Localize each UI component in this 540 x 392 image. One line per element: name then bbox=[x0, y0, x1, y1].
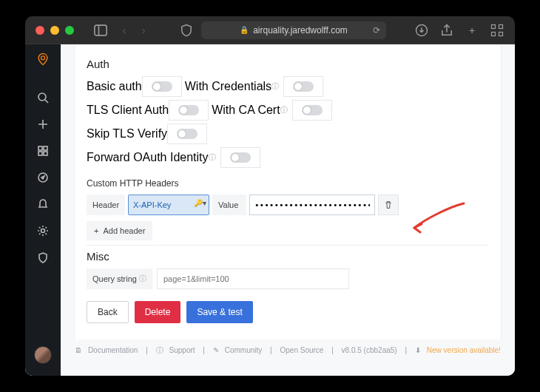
svg-rect-12 bbox=[38, 146, 42, 150]
svg-point-7 bbox=[41, 56, 45, 60]
window-controls bbox=[36, 26, 74, 35]
doc-icon: 🗎 bbox=[75, 346, 82, 354]
nav-forward-button[interactable]: › bbox=[136, 23, 151, 38]
dashboards-icon[interactable] bbox=[36, 144, 50, 158]
info-icon[interactable]: ⓘ bbox=[139, 274, 146, 284]
query-string-input[interactable] bbox=[157, 268, 349, 289]
svg-rect-6 bbox=[499, 32, 503, 36]
auth-section-title: Auth bbox=[87, 58, 498, 70]
lock-icon: 🔒 bbox=[240, 26, 249, 34]
info-icon[interactable]: ⓘ bbox=[271, 81, 279, 92]
svg-rect-15 bbox=[44, 152, 47, 155]
info-icon[interactable]: ⓘ bbox=[209, 152, 216, 163]
footer-community[interactable]: Community bbox=[225, 346, 263, 354]
query-string-label: Query string bbox=[92, 274, 137, 283]
close-window-button[interactable] bbox=[36, 26, 44, 35]
footer-documentation[interactable]: Documentation bbox=[88, 346, 138, 354]
shield-privacy-icon[interactable] bbox=[179, 23, 194, 38]
svg-point-17 bbox=[41, 229, 45, 233]
header-value-label: Value bbox=[212, 195, 246, 215]
browser-window: ‹ › 🔒 airquality.jaredwolff.com ⟳ + bbox=[25, 16, 515, 376]
server-admin-icon[interactable] bbox=[36, 251, 50, 264]
tls-client-auth-label: TLS Client Auth bbox=[87, 104, 169, 117]
save-test-button[interactable]: Save & test bbox=[186, 301, 252, 323]
basic-auth-label: Basic auth bbox=[87, 80, 142, 93]
key-dropdown-icon[interactable]: 🔑▾ bbox=[194, 199, 206, 207]
user-avatar[interactable] bbox=[34, 346, 52, 364]
footer-support[interactable]: Support bbox=[169, 346, 195, 354]
skip-tls-verify-label: Skip TLS Verify bbox=[87, 127, 167, 141]
plus-icon[interactable] bbox=[36, 118, 50, 131]
svg-rect-4 bbox=[499, 24, 503, 28]
nav-back-button[interactable]: ‹ bbox=[117, 23, 132, 38]
forward-oauth-toggle[interactable] bbox=[230, 152, 251, 163]
plus-icon: + bbox=[94, 226, 98, 235]
back-button[interactable]: Back bbox=[87, 301, 129, 323]
sidebar-toggle-icon[interactable] bbox=[93, 23, 108, 38]
forward-oauth-label: Forward OAuth Identity bbox=[87, 151, 209, 164]
settings-content: Auth Basic auth With Credentials ⓘ bbox=[61, 44, 515, 376]
header-row: Header 🔑▾ Value bbox=[87, 195, 498, 215]
share-icon[interactable] bbox=[439, 23, 454, 38]
url-host: airquality.jaredwolff.com bbox=[253, 25, 348, 36]
footer-open-source[interactable]: Open Source bbox=[280, 346, 323, 354]
download-icon: ⬇ bbox=[415, 346, 421, 354]
support-icon: ⓘ bbox=[156, 346, 163, 354]
reload-icon[interactable]: ⟳ bbox=[373, 25, 380, 36]
footer-new-version[interactable]: New version available! bbox=[427, 346, 501, 354]
with-ca-cert-toggle[interactable] bbox=[302, 105, 323, 115]
svg-line-9 bbox=[45, 100, 48, 103]
with-credentials-label: With Credentials bbox=[185, 80, 271, 93]
svg-rect-14 bbox=[38, 152, 42, 155]
configuration-icon[interactable] bbox=[36, 224, 50, 237]
basic-auth-toggle[interactable] bbox=[152, 81, 172, 92]
info-icon[interactable]: ⓘ bbox=[280, 105, 288, 115]
minimize-window-button[interactable] bbox=[50, 26, 59, 35]
titlebar: ‹ › 🔒 airquality.jaredwolff.com ⟳ + bbox=[25, 16, 515, 44]
delete-button[interactable]: Delete bbox=[135, 301, 181, 323]
alerting-icon[interactable] bbox=[36, 197, 50, 211]
grafana-logo-icon[interactable] bbox=[36, 52, 50, 70]
custom-headers-title: Custom HTTP Headers bbox=[87, 178, 498, 189]
search-icon[interactable] bbox=[36, 91, 50, 104]
add-header-button[interactable]: + Add header bbox=[87, 221, 152, 240]
skip-tls-verify-toggle[interactable] bbox=[177, 129, 198, 139]
grafana-sidebar bbox=[25, 44, 61, 376]
header-name-label: Header bbox=[87, 195, 125, 215]
community-icon: ✎ bbox=[213, 346, 219, 354]
new-tab-icon[interactable]: + bbox=[465, 23, 479, 38]
maximize-window-button[interactable] bbox=[65, 26, 74, 35]
with-credentials-toggle[interactable] bbox=[293, 81, 314, 92]
svg-rect-0 bbox=[95, 25, 107, 36]
svg-rect-3 bbox=[492, 24, 496, 28]
misc-section-title: Misc bbox=[87, 250, 498, 263]
tabs-overview-icon[interactable] bbox=[490, 23, 504, 38]
address-bar[interactable]: 🔒 airquality.jaredwolff.com ⟳ bbox=[201, 21, 386, 39]
download-icon[interactable] bbox=[414, 23, 429, 38]
svg-point-8 bbox=[38, 93, 46, 101]
page-footer: 🗎Documentation | ⓘSupport | ✎Community |… bbox=[61, 339, 515, 360]
svg-rect-5 bbox=[492, 32, 496, 36]
add-header-label: Add header bbox=[103, 226, 145, 235]
explore-icon[interactable] bbox=[36, 171, 50, 184]
action-buttons: Back Delete Save & test bbox=[87, 301, 498, 323]
delete-header-button[interactable] bbox=[378, 195, 399, 215]
header-value-input[interactable] bbox=[249, 195, 375, 215]
tls-client-auth-toggle[interactable] bbox=[178, 105, 199, 115]
footer-version: v8.0.5 (cbb2aa5) bbox=[342, 346, 397, 354]
svg-rect-13 bbox=[44, 146, 47, 150]
with-ca-cert-label: With CA Cert bbox=[212, 104, 280, 117]
